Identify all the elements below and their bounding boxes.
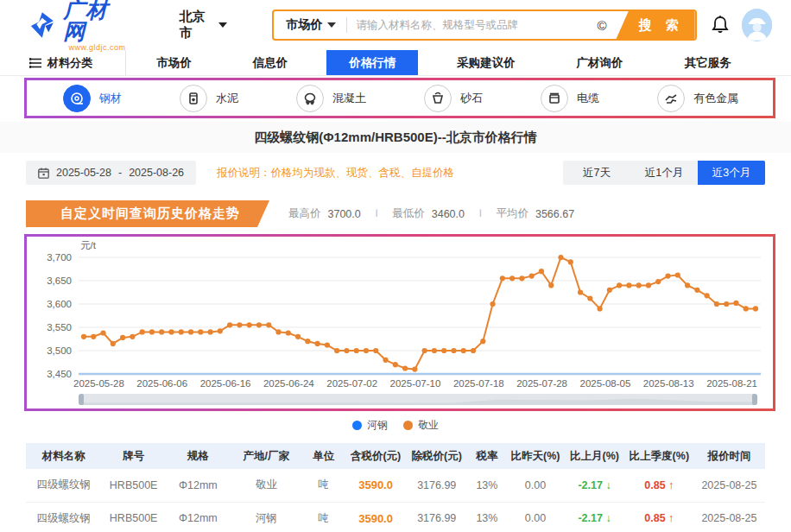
category-item-3[interactable]: 混凝土: [296, 85, 366, 112]
cell-date: 2025-08-25: [693, 469, 765, 502]
high-value: 3700.0: [328, 208, 361, 220]
legend-dot: [403, 421, 413, 430]
cable-icon: [541, 85, 568, 112]
period-button-2[interactable]: 近1个月: [630, 161, 698, 185]
x-tick: 2025-08-21: [706, 378, 757, 389]
page-title: 四级螺纹钢(Φ12mm/HRB500E)--北京市价格行情: [254, 130, 536, 146]
top-header: 广材网 www.gldjc.com 北京市 市场价 © 搜 索: [0, 0, 791, 50]
nav-items: 市场价信息价价格行情采购建议价广材询价其它服务: [126, 50, 762, 75]
category-label: 电缆: [577, 91, 599, 106]
date-start: 2025-05-28: [56, 167, 111, 179]
search-input[interactable]: [347, 11, 593, 39]
table-row[interactable]: 四级螺纹钢HRB500EΦ12mm河钢吨3590.03176.9913%0.00…: [26, 502, 765, 532]
cell-grade: HRB500E: [101, 502, 166, 532]
price-line-chart[interactable]: 3,7003,6503,6003,5503,5003,450元/t: [34, 240, 768, 380]
category-item-2[interactable]: 水泥: [180, 85, 238, 112]
x-tick: 2025-07-10: [390, 378, 441, 389]
cell-maker: 河钢: [231, 502, 302, 532]
svg-text:3,550: 3,550: [47, 322, 72, 332]
nav-item-5[interactable]: 广材询价: [554, 50, 646, 75]
table-header: 比昨天(%): [507, 443, 564, 469]
category-band-annotation-box: 钢材水泥混凝土砂石电缆有色金属: [24, 78, 775, 118]
hamburger-menu-icon: [29, 58, 41, 68]
data-zoom-right-handle[interactable]: [752, 394, 757, 405]
cell-vs_quarter: 0.85 ↑: [625, 502, 693, 532]
period-toggle-group: 近7天近1个月近3个月: [563, 161, 765, 185]
search-button[interactable]: 搜 索: [616, 10, 695, 41]
price-note: 报价说明：价格均为现款、现货、含税、自提价格: [217, 166, 454, 180]
data-zoom-shadow: [79, 397, 757, 405]
cell-spec: Φ12mm: [166, 502, 231, 532]
table-body: 四级螺纹钢HRB500EΦ12mm敬业吨3590.03176.9913%0.00…: [26, 469, 765, 532]
cell-tax_price: 3590.0: [345, 502, 407, 532]
table-header: 材料名称: [26, 443, 101, 469]
svg-text:3,650: 3,650: [47, 276, 72, 286]
nav-material-catalog[interactable]: 材料分类: [29, 50, 126, 75]
nav-item-4[interactable]: 采购建议价: [434, 50, 538, 75]
title-row: 四级螺纹钢(Φ12mm/HRB500E)--北京市价格行情: [0, 122, 791, 153]
date-end: 2025-08-26: [129, 167, 184, 179]
date-range-picker[interactable]: 2025-05-28 - 2025-08-26: [26, 161, 196, 185]
high-label: 最高价: [288, 206, 321, 221]
x-tick: 2025-08-05: [580, 378, 631, 389]
period-button-1[interactable]: 近7天: [563, 161, 630, 185]
category-item-5[interactable]: 电缆: [541, 85, 599, 112]
category-item-1[interactable]: 钢材: [63, 85, 122, 112]
image-search-icon[interactable]: ©: [594, 18, 616, 33]
x-tick: 2025-06-06: [136, 378, 187, 389]
page: 广材网 www.gldjc.com 北京市 市场价 © 搜 索: [0, 0, 791, 532]
table-row[interactable]: 四级螺纹钢HRB500EΦ12mm敬业吨3590.03176.9913%0.00…: [26, 469, 765, 502]
user-avatar[interactable]: [742, 9, 772, 41]
category-item-4[interactable]: 砂石: [424, 85, 483, 112]
calendar-icon: [38, 168, 49, 179]
category-label: 钢材: [99, 91, 122, 106]
site-logo[interactable]: 广材网 www.gldjc.com: [29, 0, 126, 52]
table-header: 税率: [467, 443, 507, 469]
category-item-6[interactable]: 有色金属: [657, 85, 738, 112]
legend-item-敬业[interactable]: 敬业: [403, 418, 439, 433]
x-tick: 2025-06-16: [200, 378, 251, 389]
cell-date: 2025-08-25: [693, 502, 765, 532]
svg-text:3,600: 3,600: [47, 299, 72, 309]
legend-label: 河钢: [367, 418, 388, 433]
nav-item-1[interactable]: 市场价: [134, 50, 214, 75]
sand-icon: [424, 85, 452, 112]
search-bar: 市场价 © 搜 索: [272, 10, 696, 41]
cement-icon: [180, 85, 207, 112]
search-category-dropdown[interactable]: 市场价: [274, 17, 346, 33]
table-header: 牌号: [101, 443, 166, 469]
city-selector[interactable]: 北京市: [180, 9, 228, 41]
nav-item-3[interactable]: 价格行情: [326, 50, 418, 75]
cell-notax_price: 3176.99: [406, 502, 467, 532]
cell-name: 四级螺纹钢: [26, 469, 101, 502]
price-stats: 最高价3700.0 Ｉ 最低价3460.0 Ｉ 平均价3566.67: [288, 206, 574, 221]
cell-vs_yesterday: 0.00: [507, 469, 564, 502]
logo-diamond-icon: [29, 10, 58, 40]
data-zoom-left-handle[interactable]: [79, 394, 84, 405]
category-label: 砂石: [460, 91, 483, 106]
cell-unit: 吨: [302, 502, 345, 532]
concrete-icon: [296, 85, 324, 112]
nav-catalog-label: 材料分类: [47, 55, 92, 71]
data-zoom-slider[interactable]: [79, 394, 757, 405]
price-chart-annotation-box: 3,7003,6503,6003,5503,5003,450元/t 2025-0…: [24, 234, 775, 411]
table-header: 比上季度(%): [625, 443, 693, 469]
filter-row: 2025-05-28 - 2025-08-26 报价说明：价格均为现款、现货、含…: [26, 161, 765, 185]
table-header: 规格: [166, 443, 231, 469]
cell-vs_quarter: 0.85 ↑: [625, 469, 693, 502]
nav-item-2[interactable]: 信息价: [231, 50, 311, 75]
custom-range-banner[interactable]: 自定义时间查询历史价格走势: [26, 200, 269, 227]
table-header: 单位: [302, 443, 345, 469]
cell-spec: Φ12mm: [166, 469, 231, 502]
cell-vs_yesterday: 0.00: [507, 502, 564, 532]
price-table: 材料名称牌号规格产地/厂家单位含税价(元)除税价(元)税率比昨天(%)比上月(%…: [26, 443, 765, 532]
stats-row: 自定义时间查询历史价格走势 最高价3700.0 Ｉ 最低价3460.0 Ｉ 平均…: [26, 200, 765, 227]
cell-rate: 13%: [467, 469, 507, 502]
nav-item-6[interactable]: 其它服务: [661, 50, 753, 75]
legend-item-河钢[interactable]: 河钢: [352, 418, 388, 433]
notification-bell-icon[interactable]: [711, 15, 730, 35]
period-button-3[interactable]: 近3个月: [698, 161, 765, 185]
x-tick: 2025-07-02: [326, 378, 377, 389]
divider: Ｉ: [471, 206, 490, 221]
chevron-down-icon: [327, 22, 336, 28]
